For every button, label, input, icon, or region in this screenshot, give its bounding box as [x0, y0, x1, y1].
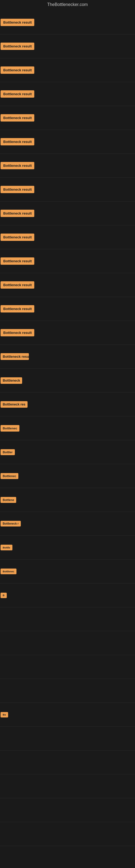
list-item[interactable]: Bottleneck result: [0, 225, 135, 249]
list-item[interactable]: B: [0, 584, 135, 607]
bottleneck-badge: Bottleneck result: [1, 90, 34, 98]
list-item[interactable]: [0, 607, 135, 631]
list-item[interactable]: Bottleneck result: [0, 249, 135, 273]
bottleneck-badge: Bottleneck result: [1, 162, 34, 169]
bottleneck-badge: Bottleneck result: [1, 138, 34, 145]
list-item[interactable]: Bottleneck result: [0, 58, 135, 82]
bottleneck-badge: Bottleneck result: [1, 281, 34, 289]
bottleneck-badge: B: [1, 593, 7, 598]
list-item[interactable]: [0, 727, 135, 750]
bottleneck-badge: Bottlenec: [1, 568, 16, 574]
list-item[interactable]: Bottleneck result: [0, 273, 135, 297]
list-item[interactable]: Bottleneck res: [0, 393, 135, 416]
list-item[interactable]: Bottler: [0, 440, 135, 464]
list-item[interactable]: Bottleneck result: [0, 202, 135, 225]
list-item[interactable]: [0, 655, 135, 679]
list-item[interactable]: [0, 679, 135, 703]
bottleneck-badge: Bottlene: [1, 497, 16, 503]
list-item[interactable]: Bottleneck result: [0, 154, 135, 178]
list-item[interactable]: Bottleneck result: [0, 106, 135, 130]
list-item[interactable]: Bottlene: [0, 488, 135, 512]
bottleneck-badge: Bottleneck result: [1, 210, 34, 217]
list-item[interactable]: Bottle: [0, 536, 135, 560]
bottleneck-badge: Bo: [1, 712, 8, 717]
bottleneck-badge: Bottleneck resu: [1, 353, 29, 360]
list-item[interactable]: [0, 822, 135, 846]
bottleneck-badge: Bottleneck result: [1, 329, 34, 336]
list-item[interactable]: [0, 798, 135, 822]
list-item[interactable]: Bottlenec: [0, 560, 135, 584]
bottleneck-badge: Bottleneck result: [1, 42, 34, 50]
site-header: TheBottlenecker.com: [0, 0, 135, 9]
bottleneck-badge: Bottleneck result: [1, 66, 34, 74]
list-item[interactable]: Bottleneck result: [0, 297, 135, 321]
bottleneck-badge: Bottleneck result: [1, 114, 34, 122]
list-item[interactable]: Bottleneck result: [0, 321, 135, 345]
list-item[interactable]: Bottleneck result: [0, 34, 135, 58]
bottleneck-badge: Bottler: [1, 449, 15, 455]
items-container: Bottleneck resultBottleneck resultBottle…: [0, 9, 135, 868]
bottleneck-badge: Bottleneck result: [1, 234, 34, 241]
bottleneck-badge: Bottleneck result: [1, 305, 34, 312]
list-item[interactable]: Bo: [0, 703, 135, 727]
bottleneck-badge: Bottleneck result: [1, 257, 34, 265]
list-item[interactable]: Bottleneck result: [0, 10, 135, 34]
list-item[interactable]: [0, 750, 135, 774]
list-item[interactable]: [0, 774, 135, 798]
list-item[interactable]: [0, 846, 135, 868]
bottleneck-badge: Bottleneck: [1, 377, 22, 384]
bottleneck-badge: Bottleneck result: [1, 186, 34, 193]
list-item[interactable]: [0, 631, 135, 655]
list-item[interactable]: Bottleneck resu: [0, 345, 135, 369]
site-title: TheBottlenecker.com: [0, 0, 135, 9]
list-item[interactable]: Bottleneck result: [0, 82, 135, 106]
bottleneck-badge: Bottlenec: [1, 473, 18, 479]
list-item[interactable]: Bottlenec: [0, 416, 135, 440]
list-item[interactable]: Bottleneck r: [0, 512, 135, 536]
list-item[interactable]: Bottlenec: [0, 464, 135, 488]
bottleneck-badge: Bottle: [1, 545, 12, 550]
list-item[interactable]: Bottleneck result: [0, 178, 135, 202]
list-item[interactable]: Bottleneck: [0, 369, 135, 393]
list-item[interactable]: Bottleneck result: [0, 130, 135, 154]
bottleneck-badge: Bottleneck res: [1, 401, 28, 408]
bottleneck-badge: Bottleneck r: [1, 521, 21, 527]
bottleneck-badge: Bottleneck result: [1, 19, 34, 26]
bottleneck-badge: Bottlenec: [1, 425, 19, 432]
